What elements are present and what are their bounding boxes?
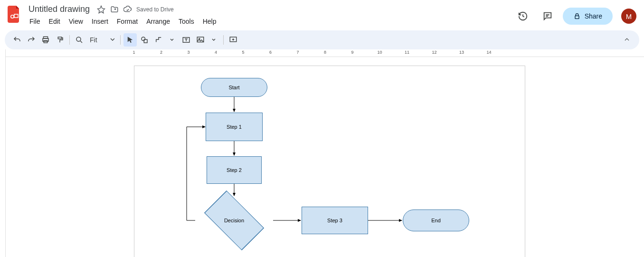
workspace: 1 2 3 4 5 6 7 8 9 10 11 12 13 14 [0,49,644,257]
redo-icon[interactable] [25,33,38,47]
line-tool-dropdown-icon[interactable] [165,33,179,47]
svg-point-7 [142,37,145,41]
svg-rect-2 [575,16,579,19]
toolbar-wrap: Fit [0,30,644,49]
lock-icon [573,12,581,20]
select-tool-icon[interactable] [123,33,137,47]
menu-tools[interactable]: Tools [175,16,198,27]
save-status-text[interactable]: Saved to Drive [136,6,174,13]
title-row: Untitled drawing Saved to Drive [26,4,513,15]
menu-help[interactable]: Help [199,16,220,27]
toolbar-separator [120,35,121,45]
ruler-mark: 12 [432,50,436,55]
ruler-mark: 13 [459,50,464,55]
insert-comment-icon[interactable] [227,33,240,47]
move-to-folder-icon[interactable] [110,5,119,14]
history-icon[interactable] [513,7,532,26]
cloud-saved-icon[interactable] [123,5,133,14]
shape-step2[interactable]: Step 2 [207,156,262,184]
canvas-area[interactable]: 1 2 3 4 5 6 7 8 9 10 11 12 13 14 [6,49,644,257]
ruler-mark: 6 [269,50,272,55]
print-icon[interactable] [39,33,52,47]
shape-label: Step 3 [327,218,342,223]
menu-arrange[interactable]: Arrange [142,16,174,27]
share-button[interactable]: Share [563,8,613,25]
textbox-tool-icon[interactable] [180,33,193,47]
canvas-background[interactable]: Start Step 1 Step 2 Decision .diamond-wr… [6,57,644,257]
shape-label: End [431,218,441,223]
shape-end[interactable]: End [403,209,469,231]
menu-file[interactable]: File [26,16,44,27]
ruler-mark: 11 [405,50,409,55]
ruler-mark: 8 [324,50,326,55]
chevron-down-icon [100,38,114,42]
collapse-toolbar-icon[interactable] [620,33,634,47]
shape-step3[interactable]: Step 3 [302,207,368,234]
shape-tool-icon[interactable] [138,33,151,47]
image-tool-dropdown-icon[interactable] [207,33,220,47]
user-avatar[interactable]: M [621,9,636,24]
share-label: Share [585,12,602,20]
app-header: Untitled drawing Saved to Drive File Edi… [0,0,644,30]
shape-label: Step 1 [227,124,242,130]
ruler-mark: 5 [242,50,244,55]
toolbar-separator [69,35,70,45]
zoom-select[interactable]: Fit [87,36,117,44]
ruler-mark: 3 [187,50,189,55]
paint-format-icon[interactable] [53,33,66,47]
ruler-mark: 1 [133,50,135,55]
shape-step1[interactable]: Step 1 [206,113,263,141]
shape-label: Decision [224,218,244,223]
vertical-ruler[interactable] [0,49,6,257]
menu-insert[interactable]: Insert [88,16,112,27]
shape-decision[interactable]: Decision [207,193,261,247]
line-tool-icon[interactable] [152,33,165,47]
undo-icon[interactable] [10,33,24,47]
zoom-icon[interactable] [73,33,86,47]
ruler-mark: 2 [160,50,162,55]
shape-label: Step 2 [227,167,242,173]
app-logo-icon[interactable] [8,6,21,23]
flowchart: Start Step 1 Step 2 Decision .diamond-wr… [134,66,525,257]
menu-edit[interactable]: Edit [45,16,64,27]
menu-format[interactable]: Format [113,16,142,27]
toolbar-separator [223,35,224,45]
menubar: File Edit View Insert Format Arrange Too… [26,16,513,27]
svg-point-6 [76,37,81,41]
toolbar: Fit [5,30,639,49]
document-title[interactable]: Untitled drawing [26,4,93,15]
image-tool-icon[interactable] [194,33,207,47]
ruler-mark: 7 [296,50,299,55]
star-icon[interactable] [96,5,106,14]
ruler-mark: 14 [486,50,491,55]
ruler-mark: 10 [377,50,382,55]
comments-icon[interactable] [538,7,557,26]
zoom-value: Fit [90,36,97,44]
ruler-mark: 4 [215,50,217,55]
menu-view[interactable]: View [65,16,87,27]
ruler-mark: 9 [351,50,353,55]
header-actions: Share M [513,7,636,26]
horizontal-ruler[interactable]: 1 2 3 4 5 6 7 8 9 10 11 12 13 14 [6,49,644,57]
title-area: Untitled drawing Saved to Drive File Edi… [26,4,513,27]
drawing-page[interactable]: Start Step 1 Step 2 Decision .diamond-wr… [134,66,525,257]
shape-start[interactable]: Start [201,78,267,97]
shape-label: Start [228,85,239,90]
